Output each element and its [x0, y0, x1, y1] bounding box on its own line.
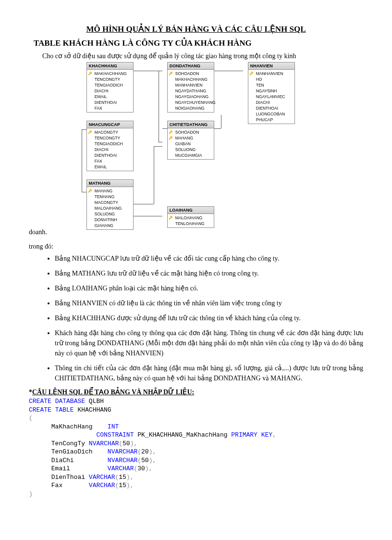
list-item: Bảng MATHANG lưu trữ dữ liệu về các mặt …	[55, 268, 363, 278]
list-item: Bảng KHACHHANG được sử dụng để lưu trữ c…	[55, 313, 363, 323]
erd-table-mathang: MATHANG MAHANG TENHANG MACONGTY MALOAIHA…	[86, 179, 134, 230]
erd-table-khachhang: KHACHHANG MAKHACHHANG TENCONGTY TENGIAOD…	[86, 62, 134, 113]
list-item: Bảng LOAIHANG phân loại các mặt hàng hiệ…	[55, 283, 363, 293]
intro-text-2: doanh.	[29, 62, 47, 236]
list-item: Bảng NHACUNGCAP lưu trữ dữ liệu về các đ…	[55, 253, 363, 264]
sql-code-block: CREATE DATABASE QLBH CREATE TABLE KHACHH…	[29, 397, 363, 499]
list-item: Khách hàng đặt hàng cho công ty thông qu…	[55, 328, 363, 358]
list-item: Thông tin chi tiết của các đơn đặt hàng …	[55, 363, 363, 383]
erd-table-chitietdathang: CHITIETDATHANG SOHOADON MAHANG GIABAN SO…	[167, 121, 214, 160]
erd-table-nhacungcap: NHACUNGCAP MACONGTY TENCONGTY TENGIAODIC…	[86, 121, 134, 171]
erd-diagram: KHACHHANG MAKHACHHANG TENCONGTY TENGIAOD…	[82, 62, 322, 240]
description-list: Bảng NHACUNGCAP lưu trữ dữ liệu về các đ…	[29, 253, 363, 383]
page-title: MÔ HÌNH QUẢN LÝ BÁN HÀNG VÀ CÁC CÂU LỆNH…	[29, 24, 363, 34]
list-item: Bảng NHANVIEN có dữ liệu là các thông ti…	[55, 298, 363, 308]
trongdo-label: trong đó:	[29, 243, 363, 251]
sql-section-heading: *CÂU LỆNH SQL ĐỂ TẠO BẢNG VÀ NHẬP DỮ LIỆ…	[29, 388, 363, 396]
erd-table-nhanvien: NHANVIEN MANHANVIEN HO TEN NGAYSINH NGAY…	[248, 62, 295, 124]
intro-text-1: Cho cơ sở dữ diệu sau được sử dụng để qu…	[29, 52, 363, 60]
page-subtitle: TABLE KHÁCH HÀNG LÀ CÔNG TY CỦA KHÁCH HÀ…	[34, 38, 363, 48]
erd-table-loaihang: LOAIHANG MALOAIHANG TENLOAIHANG	[167, 206, 214, 228]
erd-table-dondathang: DONDATHANG SOHOADON MAKHACHHANG MANHANVI…	[167, 62, 214, 113]
